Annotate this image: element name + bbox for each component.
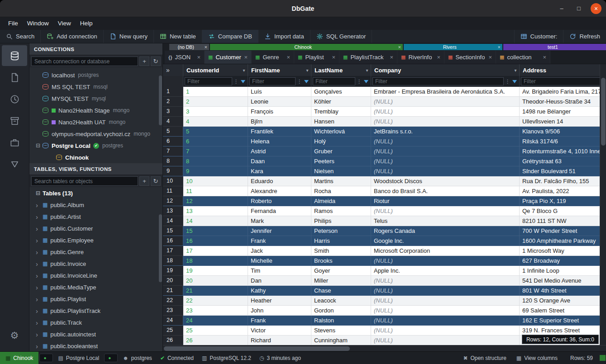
close-button[interactable]: ×: [591, 3, 601, 14]
chevron-right-icon[interactable]: ›: [36, 343, 42, 350]
column-header-lastname[interactable]: LastName▾: [311, 64, 371, 76]
refresh-button[interactable]: Refresh: [563, 30, 606, 43]
row-number[interactable]: 2: [163, 97, 183, 107]
table-row[interactable]: 18 18 Michelle Brooks (NULL) 627 Broadwa…: [163, 256, 606, 266]
filter-funnel-icon[interactable]: [304, 80, 309, 83]
filter-input-company[interactable]: [372, 77, 504, 85]
tab[interactable]: {} JSON ×: [165, 51, 205, 64]
column-header-firstname[interactable]: FirstName▾: [248, 64, 311, 76]
statusbar-item[interactable]: ▥ PostgreSQL 12.2: [198, 352, 255, 364]
cell-customerid[interactable]: 19: [183, 266, 248, 276]
cell-address[interactable]: Qe 7 Bloco G: [520, 206, 606, 216]
cell-company[interactable]: (NULL): [371, 206, 520, 216]
row-number[interactable]: 1: [163, 87, 183, 97]
cell-company[interactable]: Riotur: [371, 196, 520, 206]
cell-customerid[interactable]: 1: [183, 87, 248, 97]
column-header-address[interactable]: Address: [520, 64, 606, 76]
filter-menu-icon[interactable]: ⋮: [297, 79, 302, 85]
cell-customerid[interactable]: 25: [183, 326, 248, 336]
search-button[interactable]: Search: [0, 30, 41, 43]
table-row[interactable]: 11 11 Alexandre Rocha Banco do Brasil S.…: [163, 186, 606, 196]
tab-close-icon[interactable]: ×: [437, 54, 440, 61]
cell-customerid[interactable]: 17: [183, 246, 248, 256]
statusbar-right-item[interactable]: Rows: 59: [563, 355, 598, 361]
row-number[interactable]: 21: [163, 286, 183, 296]
cell-lastname[interactable]: Köhler: [311, 97, 371, 107]
cell-firstname[interactable]: Jennifer: [248, 226, 311, 236]
cell-address[interactable]: Av. Paulista, 2022: [520, 186, 606, 196]
cell-firstname[interactable]: John: [248, 306, 311, 316]
cell-firstname[interactable]: Fernanda: [248, 206, 311, 216]
table-row[interactable]: 12 12 Roberto Almeida Riotur Praça Pio X…: [163, 196, 606, 206]
cell-address[interactable]: 1 Infinite Loop: [520, 266, 606, 276]
chevron-right-icon[interactable]: ›: [36, 225, 42, 232]
cell-firstname[interactable]: Daan: [248, 156, 311, 166]
tab-close-icon[interactable]: ×: [286, 54, 290, 61]
row-number[interactable]: 17: [163, 246, 183, 256]
current-tab-button[interactable]: Customer:: [514, 30, 563, 43]
cell-firstname[interactable]: Frantiſek: [248, 127, 311, 137]
table-item[interactable]: › ▦ public.InvoiceLine: [29, 269, 162, 281]
row-number[interactable]: 25: [163, 326, 183, 336]
cell-lastname[interactable]: Ralston: [311, 316, 371, 326]
cell-lastname[interactable]: Rocha: [311, 186, 371, 196]
tab-close-icon[interactable]: ×: [390, 54, 393, 61]
tab-group-close-icon[interactable]: ×: [203, 44, 209, 50]
sql-generator-button[interactable]: SQL Generator: [310, 30, 372, 43]
cell-firstname[interactable]: Kathy: [248, 286, 311, 296]
row-number[interactable]: 20: [163, 276, 183, 286]
cell-lastname[interactable]: Nielsen: [311, 166, 371, 176]
cell-lastname[interactable]: Hansen: [311, 117, 371, 127]
table-row[interactable]: 13 13 Fernanda Ramos (NULL) Qe 7 Bloco G: [163, 206, 606, 216]
connections-search-input[interactable]: [31, 57, 138, 66]
column-dropdown-icon[interactable]: ▾: [363, 68, 371, 73]
tab[interactable]: ▦ Genre ×: [252, 51, 294, 64]
row-number[interactable]: 3: [163, 107, 183, 117]
table-row[interactable]: 19 19 Tim Goyer Apple Inc. 1 Infinite Lo…: [163, 266, 606, 276]
cell-customerid[interactable]: 16: [183, 236, 248, 246]
vertical-scroll-thumb[interactable]: [601, 78, 606, 146]
table-row[interactable]: 1 1 Luís Gonçalves Embraer - Empresa Bra…: [163, 87, 606, 97]
table-item[interactable]: › ▦ public.Invoice: [29, 258, 162, 269]
filter-funnel-icon[interactable]: [512, 80, 517, 83]
row-number[interactable]: 26: [163, 336, 183, 345]
cell-company[interactable]: (NULL): [371, 286, 520, 296]
chevron-right-icon[interactable]: ›: [36, 249, 42, 255]
cell-address[interactable]: Rotenturmstraße 4, 1010 Innere Stadt: [520, 147, 606, 156]
vertical-scrollbar[interactable]: [600, 64, 606, 345]
cell-company[interactable]: (NULL): [371, 117, 520, 127]
cell-customerid[interactable]: 26: [183, 336, 248, 345]
cell-lastname[interactable]: Gordon: [311, 306, 371, 316]
connection-item[interactable]: MYSQL TEST ✔ mysql: [29, 93, 162, 104]
add-connection-button[interactable]: Add connection: [41, 30, 104, 43]
cell-firstname[interactable]: François: [248, 107, 311, 117]
cell-firstname[interactable]: Michelle: [248, 256, 311, 266]
cell-lastname[interactable]: Gruber: [311, 147, 371, 156]
cell-address[interactable]: 1 Microsoft Way: [520, 246, 606, 256]
cell-firstname[interactable]: Leonie: [248, 97, 311, 107]
maximize-button[interactable]: □: [573, 3, 584, 14]
cell-lastname[interactable]: Peterson: [311, 226, 371, 236]
column-header-company[interactable]: Company▾: [371, 64, 520, 76]
row-number[interactable]: 13: [163, 206, 183, 216]
cell-company[interactable]: (NULL): [371, 147, 520, 156]
connection-item[interactable]: MS SQL TEST ✔ mssql: [29, 81, 162, 93]
statusbar-item[interactable]: ▦ Chinook: [0, 352, 38, 364]
table-row[interactable]: 16 16 Frank Harris Google Inc. 1600 Amph…: [163, 236, 606, 246]
table-item[interactable]: › ▦ public.Genre: [29, 246, 162, 258]
cell-customerid[interactable]: 9: [183, 166, 248, 176]
cell-company[interactable]: Google Inc.: [371, 236, 520, 246]
cell-firstname[interactable]: Jack: [248, 246, 311, 256]
statusbar-item[interactable]: ●: [39, 354, 53, 362]
cell-lastname[interactable]: Brooks: [311, 256, 371, 266]
cell-firstname[interactable]: Dan: [248, 276, 311, 286]
statusbar-item[interactable]: ▤ Postgre Local: [54, 352, 103, 364]
cell-customerid[interactable]: 14: [183, 216, 248, 226]
cell-lastname[interactable]: Martins: [311, 176, 371, 186]
cell-firstname[interactable]: Luís: [248, 87, 311, 97]
filter-input-address[interactable]: [521, 77, 604, 85]
cell-address[interactable]: 120 S Orange Ave: [520, 296, 606, 306]
table-item[interactable]: › ▦ public.Playlist: [29, 293, 162, 305]
table-row[interactable]: 9 9 Kara Nielsen (NULL) Sſnder Boulevard…: [163, 166, 606, 176]
cell-firstname[interactable]: Heather: [248, 296, 311, 306]
